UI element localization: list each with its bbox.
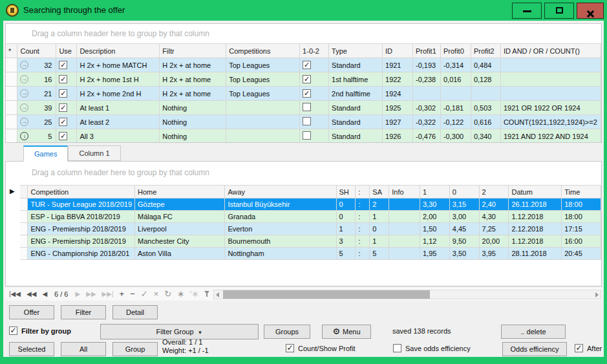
- 1-0-2-checkbox[interactable]: ✓: [303, 75, 311, 83]
- filter-by-group-checkbox[interactable]: ✓: [9, 327, 17, 335]
- use-checkbox[interactable]: ✓: [59, 103, 67, 112]
- column-header-competitions[interactable]: Competitions: [226, 44, 300, 58]
- nav-delete-button[interactable]: −: [130, 289, 135, 299]
- profit0-cell: -0,122: [440, 115, 471, 129]
- game-row[interactable]: ENG - Premiership 2018/2019Manchester Ci…: [20, 235, 601, 248]
- filter-funnel-icon[interactable]: [204, 291, 210, 297]
- filter-row[interactable]: ↓5✓All 3NothingStandard1926-0,476-0,3000…: [6, 129, 601, 144]
- nav-last-button[interactable]: ▶▶|: [102, 290, 114, 297]
- odds-2-cell: 2,40: [479, 198, 509, 211]
- nav-refresh-button[interactable]: ↻: [164, 289, 171, 299]
- column-header-filtr[interactable]: Filtr: [160, 44, 226, 58]
- selected-button[interactable]: Selected: [9, 342, 54, 356]
- filter-button[interactable]: Filter: [61, 305, 106, 319]
- scrollbar-thumb[interactable]: [223, 290, 430, 299]
- column-header-datum[interactable]: Datum: [509, 186, 562, 198]
- 1-0-2-checkbox[interactable]: [303, 131, 311, 140]
- nav-next-page-button[interactable]: ▶▶: [86, 290, 96, 297]
- column-header-1[interactable]: 1: [420, 186, 449, 198]
- use-checkbox[interactable]: ✓: [59, 132, 67, 140]
- column-header-2[interactable]: 2: [479, 186, 509, 198]
- count-show-profit-checkbox[interactable]: ✓: [286, 344, 294, 352]
- nav-cancel-button[interactable]: ×: [154, 289, 159, 299]
- minimize-button[interactable]: [512, 3, 542, 19]
- group-by-dropzone-top[interactable]: Drag a column header here to group by th…: [6, 24, 601, 43]
- nav-goto-bookmark-button[interactable]: '∗: [190, 289, 198, 299]
- tab-column-1[interactable]: Column 1: [68, 145, 120, 161]
- filter-row[interactable]: →21✓H 2x + home 2nd HH 2x + at homeTop L…: [6, 87, 601, 101]
- tab-games[interactable]: Games: [23, 145, 68, 162]
- detail-button[interactable]: Detail: [112, 305, 158, 319]
- 1-0-2-checkbox[interactable]: [303, 103, 311, 111]
- score-colon-cell: :: [356, 248, 370, 260]
- column-header-competition[interactable]: Competition: [28, 186, 135, 198]
- nav-insert-button[interactable]: +: [120, 289, 125, 299]
- scroll-left-arrow[interactable]: [216, 292, 219, 297]
- game-row[interactable]: TUR - Super League 2018/2019GöztepeIstan…: [20, 198, 601, 211]
- groups-button[interactable]: Groups: [264, 325, 310, 339]
- titlebar[interactable]: Searching through the offer: [0, 0, 607, 21]
- column-header-colon[interactable]: :: [356, 186, 370, 198]
- column-header-type[interactable]: Type: [329, 44, 383, 58]
- offer-button[interactable]: Offer: [9, 305, 54, 319]
- filter-row[interactable]: →39✓At least 1NothingStandard1925-0,302-…: [6, 101, 601, 115]
- column-header-1-0-2[interactable]: 1-0-2: [300, 44, 329, 58]
- game-row[interactable]: ENG - Championship 2018/201Aston VillaNo…: [20, 248, 601, 260]
- column-header-marker[interactable]: *: [6, 44, 17, 58]
- odds-efficiency-button[interactable]: Odds efficiency: [502, 342, 567, 356]
- column-header-description[interactable]: Description: [77, 44, 160, 58]
- column-header-away[interactable]: Away: [225, 186, 336, 198]
- row-marker-cell: [6, 115, 17, 129]
- column-header-profit0[interactable]: Profit0: [440, 44, 471, 58]
- score-colon-cell: :: [356, 211, 370, 223]
- filter-row[interactable]: →25✓At least 2NothingStandard1927-0,322-…: [6, 115, 601, 129]
- column-header-0[interactable]: 0: [449, 186, 479, 198]
- column-header-info[interactable]: Info: [389, 186, 420, 198]
- 1-0-2-checkbox[interactable]: [303, 117, 311, 125]
- column-header-home[interactable]: Home: [135, 186, 225, 198]
- count-value: 16: [28, 76, 53, 83]
- use-checkbox[interactable]: ✓: [59, 118, 67, 126]
- column-header-id[interactable]: ID: [383, 44, 413, 58]
- column-header-count[interactable]: Count: [17, 44, 56, 58]
- column-header-profit2[interactable]: Profit2: [471, 44, 500, 58]
- nav-prior-page-button[interactable]: ◀◀: [27, 290, 36, 297]
- group-by-dropzone-games[interactable]: Drag a column header here to group by th…: [6, 162, 601, 184]
- save-odds-efficiency-label: Save odds efficiency: [405, 345, 471, 352]
- nav-post-button[interactable]: ✓: [141, 289, 148, 299]
- nav-first-button[interactable]: |◀◀: [9, 290, 21, 297]
- group-button[interactable]: Group: [112, 342, 158, 356]
- use-checkbox[interactable]: ✓: [59, 61, 67, 69]
- close-button[interactable]: [577, 3, 604, 19]
- use-checkbox[interactable]: ✓: [59, 75, 67, 83]
- delete-button[interactable]: .. delete: [501, 325, 566, 339]
- nav-next-button[interactable]: ▶: [75, 290, 80, 297]
- game-row[interactable]: ESP - Liga BBVA 2018/2019Málaga FCGranad…: [20, 211, 601, 223]
- game-row[interactable]: ENG - Premiership 2018/2019LiverpoolEver…: [20, 223, 601, 235]
- use-checkbox[interactable]: ✓: [59, 89, 67, 98]
- column-header-profit1[interactable]: Profit1: [412, 44, 440, 58]
- nav-prior-button[interactable]: ◀: [42, 290, 47, 297]
- maximize-button[interactable]: [544, 3, 574, 19]
- column-header-time[interactable]: Time: [562, 186, 601, 198]
- column-header-marker[interactable]: [20, 186, 28, 198]
- menu-button[interactable]: ⚙Menu: [322, 325, 371, 339]
- all-button[interactable]: All: [61, 342, 106, 356]
- save-odds-efficiency-checkbox[interactable]: [393, 344, 401, 352]
- description-cell: All 3: [77, 129, 160, 144]
- nav-bookmark-button[interactable]: ∗: [177, 289, 184, 299]
- after-checkbox[interactable]: ✓: [575, 344, 583, 352]
- column-header-sh[interactable]: SH: [336, 186, 356, 198]
- filter-group-button[interactable]: Filter Group▼: [100, 324, 259, 339]
- filter-row[interactable]: →32✓H 2x + home MATCHH 2x + at homeTop L…: [6, 58, 601, 72]
- filter-row[interactable]: →16✓H 2x + home 1st HH 2x + at homeTop L…: [6, 72, 601, 87]
- 1-0-2-checkbox[interactable]: ✓: [303, 61, 311, 69]
- column-header-use[interactable]: Use: [56, 44, 77, 58]
- column-header-sa[interactable]: SA: [370, 186, 389, 198]
- column-header-id-and-or-count-[interactable]: ID AND / OR / COUNT(): [500, 44, 601, 58]
- competition-cell: ESP - Liga BBVA 2018/2019: [28, 211, 135, 223]
- 1-0-2-checkbox[interactable]: ✓: [303, 89, 311, 98]
- horizontal-scrollbar[interactable]: [213, 290, 601, 299]
- use-cell: ✓: [56, 72, 77, 87]
- scroll-right-arrow[interactable]: [595, 292, 599, 297]
